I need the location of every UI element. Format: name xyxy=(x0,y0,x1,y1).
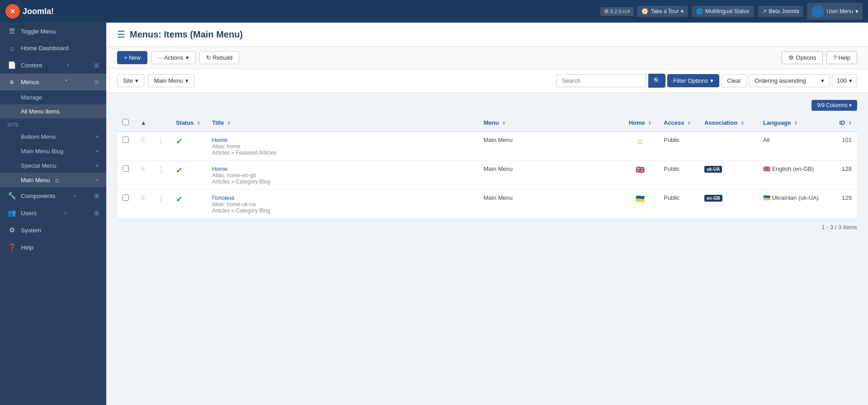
beta-button[interactable]: ↗ Beta Joomla xyxy=(758,6,804,17)
filter-options-button[interactable]: Filter Options ▾ xyxy=(667,74,719,87)
association-header-label: Association xyxy=(704,119,738,126)
filter-row: Site ▾ Main Menu ▾ 🔍 Filter Options ▾ Cl… xyxy=(106,69,868,93)
row1-context-menu-icon[interactable]: ⋮ xyxy=(157,137,165,145)
take-tour-button[interactable]: 🧭 Take a Tour ▾ xyxy=(637,6,688,17)
main-menu-blog-plus-icon[interactable]: + xyxy=(95,147,99,155)
new-button[interactable]: + New xyxy=(117,51,147,64)
th-language[interactable]: Language ⇕ xyxy=(758,114,830,132)
row3-title-link[interactable]: Головна xyxy=(212,194,234,201)
help-button[interactable]: ? Help xyxy=(826,51,857,64)
row2-language: 🇬🇧 English (en-GB) xyxy=(758,161,830,190)
sidebar-item-all-menu-items[interactable]: All Menu Items xyxy=(0,104,106,118)
row2-context-menu-icon[interactable]: ⋮ xyxy=(157,166,165,174)
sidebar-item-system[interactable]: ⚙ System xyxy=(0,221,106,239)
row1-checkbox[interactable] xyxy=(123,137,129,143)
filter-options-label: Filter Options xyxy=(673,77,708,84)
search-button[interactable]: 🔍 xyxy=(648,74,665,88)
home-star-icon: ⌂ xyxy=(638,137,643,146)
take-tour-label: Take a Tour xyxy=(651,8,679,14)
row3-access-value: Public xyxy=(664,194,679,201)
row1-status: ✔ xyxy=(170,132,207,161)
th-id[interactable]: ID ⇕ xyxy=(830,114,857,132)
row2-access-value: Public xyxy=(664,165,679,172)
drag-handle-icon[interactable]: ⠿ xyxy=(141,165,145,173)
pagination-text: 1 - 3 / 3 items xyxy=(821,224,857,231)
sidebar-item-users[interactable]: 👥 Users › ⊞ xyxy=(0,204,106,221)
user-menu-button[interactable]: 👤 User Menu ▾ xyxy=(807,3,863,20)
home-dashboard-label: Home Dashboard xyxy=(21,45,69,52)
th-home[interactable]: Home ⇕ xyxy=(622,114,658,132)
main-menu-plus-icon[interactable]: + xyxy=(95,176,99,184)
manage-label: Manage xyxy=(21,94,42,101)
th-access[interactable]: Access ⇕ xyxy=(658,114,699,132)
multilingual-button[interactable]: 🌐 Multilingual Status xyxy=(692,6,754,17)
drag-handle-icon[interactable]: ⠿ xyxy=(141,194,145,202)
clear-button[interactable]: Clear xyxy=(721,74,747,87)
sidebar-item-special-menu[interactable]: Special Menu + xyxy=(0,158,106,173)
row3-context-menu-icon[interactable]: ⋮ xyxy=(157,195,165,202)
columns-button[interactable]: 9/9 Columns ▾ xyxy=(811,100,857,111)
sidebar-item-bottom-menu[interactable]: Bottom Menu + xyxy=(0,129,106,144)
search-icon: 🔍 xyxy=(653,77,660,84)
user-menu-chevron-icon: ▾ xyxy=(855,8,858,14)
options-button[interactable]: ⚙ Options xyxy=(782,51,823,64)
access-header-label: Access xyxy=(664,119,684,126)
row2-checkbox[interactable] xyxy=(123,165,129,172)
row3-checkbox-cell xyxy=(117,190,135,219)
main-menu-filter-label: Main Menu xyxy=(154,77,183,84)
row1-drag: ⠿ xyxy=(135,132,152,161)
home-header-label: Home xyxy=(629,119,645,126)
drag-handle-icon[interactable]: ⠿ xyxy=(141,137,145,144)
rebuild-button[interactable]: ↻ Rebuild xyxy=(199,51,240,64)
row1-title-link[interactable]: Home xyxy=(212,137,228,143)
sidebar-item-main-menu-blog[interactable]: Main Menu Blog + xyxy=(0,144,106,158)
main-menu-select[interactable]: Main Menu ▾ xyxy=(148,74,194,87)
perpage-select[interactable]: 100 ▾ xyxy=(832,74,857,87)
user-menu-label: User Menu xyxy=(826,8,853,14)
th-title[interactable]: Title ⇕ xyxy=(207,114,478,132)
id-sort-icon: ⇕ xyxy=(848,121,852,126)
sidebar-item-main-menu[interactable]: Main Menu ⌂ + xyxy=(0,173,106,187)
row3-access: Public xyxy=(658,190,699,219)
sidebar-item-components[interactable]: 🔧 Components › ⊞ xyxy=(0,187,106,204)
sidebar-item-toggle-menu[interactable]: ☰ Toggle Menu xyxy=(0,23,106,40)
row2-access: Public xyxy=(658,161,699,190)
sidebar-item-content[interactable]: 📄 Content › ⊞ xyxy=(0,57,106,74)
columns-btn-row: 9/9 Columns ▾ xyxy=(117,100,857,111)
row3-checkbox[interactable] xyxy=(123,194,129,201)
assoc-sort-icon: ⇕ xyxy=(741,121,744,126)
row3-home: 🇺🇦 xyxy=(622,190,658,219)
multilingual-label: Multilingual Status xyxy=(705,8,749,14)
site-select[interactable]: Site ▾ xyxy=(117,74,144,87)
title-header-label: Title xyxy=(212,119,224,126)
bottom-menu-plus-icon[interactable]: + xyxy=(95,133,99,140)
per-page-label: 100 xyxy=(837,77,847,84)
actions-button[interactable]: ··· Actions ▾ xyxy=(151,51,195,64)
lang-sort-icon: ⇕ xyxy=(794,121,797,126)
ordering-select[interactable]: Ordering ascending ▾ xyxy=(749,74,830,87)
ordering-chevron-icon: ▾ xyxy=(821,77,824,84)
th-menu[interactable]: Menu ⇕ xyxy=(478,114,622,132)
sidebar-item-menus[interactable]: ≡ Menus ˅ ⊞ xyxy=(0,74,106,90)
row3-drag: ⠿ xyxy=(135,190,152,219)
sidebar-item-home-dashboard[interactable]: ⌂ Home Dashboard xyxy=(0,40,106,57)
columns-label: 9/9 Columns ▾ xyxy=(817,102,852,108)
access-sort-icon: ⇕ xyxy=(687,121,691,126)
sidebar-item-help[interactable]: ❓ Help xyxy=(0,239,106,256)
special-menu-plus-icon[interactable]: + xyxy=(95,162,99,169)
search-input[interactable] xyxy=(556,74,646,87)
home-sort-icon: ⇕ xyxy=(648,121,651,126)
help-icon: ❓ xyxy=(7,243,16,251)
row2-dots: ⋮ xyxy=(152,161,170,190)
title-sort-icon: ⇕ xyxy=(227,121,231,126)
users-grid-icon: ⊞ xyxy=(94,210,99,217)
row1-access: Public xyxy=(658,132,699,161)
sort-up-icon: ▲ xyxy=(141,119,146,126)
sidebar-item-manage[interactable]: Manage xyxy=(0,90,106,104)
th-status[interactable]: Status ⇕ xyxy=(170,114,207,132)
select-all-checkbox[interactable] xyxy=(123,119,129,125)
row2-language-value: English (en-GB) xyxy=(772,165,814,172)
row2-title-link[interactable]: Home xyxy=(212,165,228,172)
th-association[interactable]: Association ⇕ xyxy=(699,114,758,132)
components-icon: 🔧 xyxy=(7,192,16,200)
